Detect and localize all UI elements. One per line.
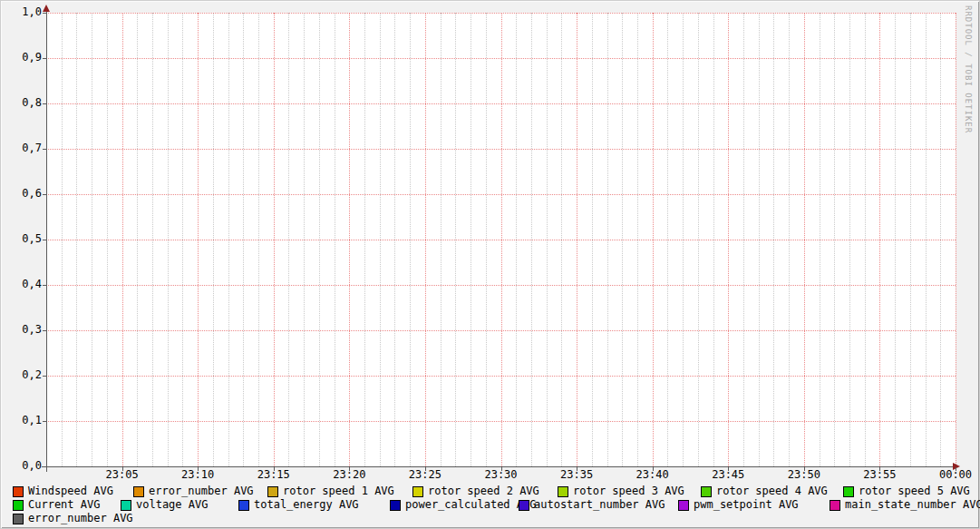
x-tick [198, 467, 199, 471]
legend-label: total_energy AVG [254, 499, 359, 511]
legend-swatch [519, 500, 529, 511]
legend-swatch [390, 500, 401, 511]
major-gridline-h [46, 285, 956, 286]
legend-label: rotor speed 1 AVG [283, 485, 394, 497]
y-axis-label: 0,9 [11, 52, 42, 64]
y-tick [43, 240, 46, 240]
x-axis-line [42, 466, 956, 467]
y-tick [43, 421, 46, 422]
y-tick [43, 58, 46, 59]
x-axis-label: 00:00 [927, 469, 980, 481]
y-axis-label: 0,2 [11, 369, 42, 381]
major-gridline-h [46, 13, 956, 14]
major-gridline-h [46, 421, 956, 422]
y-tick [43, 285, 46, 286]
major-gridline-h [46, 240, 956, 240]
legend-label: voltage AVG [136, 499, 208, 511]
y-tick [43, 466, 46, 467]
major-gridline-v [956, 13, 956, 466]
legend-label: rotor speed 3 AVG [573, 485, 684, 497]
legend-label: rotor speed 5 AVG [859, 485, 970, 497]
major-gridline-h [46, 194, 956, 195]
x-tick [653, 467, 654, 471]
y-tick [43, 376, 46, 377]
legend-swatch [13, 486, 24, 497]
legend-swatch [558, 486, 568, 497]
legend-swatch [133, 486, 144, 497]
legend-swatch [830, 500, 840, 511]
legend-label: rotor speed 2 AVG [428, 485, 539, 497]
legend-label: rotor speed 4 AVG [716, 485, 828, 497]
y-tick [43, 103, 46, 104]
y-axis-label: 1,0 [11, 6, 42, 18]
major-gridline-h [46, 58, 956, 59]
y-tick [43, 194, 46, 195]
y-axis-line [46, 11, 47, 472]
legend-swatch [678, 500, 689, 511]
y-axis-label: 0,6 [11, 188, 42, 200]
y-axis-label: 0,8 [11, 97, 42, 109]
legend-swatch [13, 514, 24, 524]
legend-label: main_state_number AVG [845, 499, 980, 511]
legend-label: autostart_number AVG [534, 499, 665, 511]
x-tick [728, 467, 729, 471]
y-tick [43, 13, 46, 14]
legend-label: Current AVG [28, 499, 100, 511]
x-tick [425, 467, 426, 471]
x-tick [349, 467, 350, 471]
y-axis-label: 0,4 [11, 279, 42, 290]
x-tick [804, 467, 805, 471]
x-tick [274, 467, 275, 471]
legend-swatch [267, 486, 278, 497]
major-gridline-h [46, 103, 956, 104]
x-tick [956, 467, 956, 471]
legend-label: error_number AVG [149, 485, 254, 497]
major-gridline-h [46, 330, 956, 331]
legend-label: error_number AVG [28, 513, 133, 524]
y-axis-label: 0,5 [11, 233, 42, 245]
x-tick [501, 467, 502, 471]
legend-swatch [843, 486, 854, 497]
y-tick [43, 149, 46, 150]
plot-area [46, 13, 956, 466]
legend-swatch [701, 486, 712, 497]
y-axis-arrow-icon [43, 5, 50, 12]
y-axis-label: 0,7 [11, 142, 42, 154]
legend-swatch [238, 500, 249, 511]
y-axis-label: 0,1 [11, 415, 42, 426]
major-gridline-h [46, 149, 956, 150]
legend-label: pwm_setpoint AVG [694, 499, 799, 511]
legend-swatch [121, 500, 131, 511]
x-tick [122, 467, 123, 471]
x-tick [879, 467, 880, 471]
rrdtool-graph: 1,00,90,80,70,60,50,40,30,20,10,0 23:052… [0, 0, 980, 529]
legend-swatch [13, 500, 24, 511]
legend-label: Windspeed AVG [28, 485, 113, 497]
y-axis-label: 0,0 [11, 460, 42, 472]
major-gridline-h [46, 376, 956, 377]
legend-swatch [412, 486, 423, 497]
y-axis-label: 0,3 [11, 324, 42, 336]
legend-label: power_calculated AVG [405, 499, 537, 511]
rrdtool-watermark: RRDTOOL / TOBI OETIKER [963, 5, 974, 133]
y-tick [43, 330, 46, 331]
x-tick [577, 467, 577, 471]
